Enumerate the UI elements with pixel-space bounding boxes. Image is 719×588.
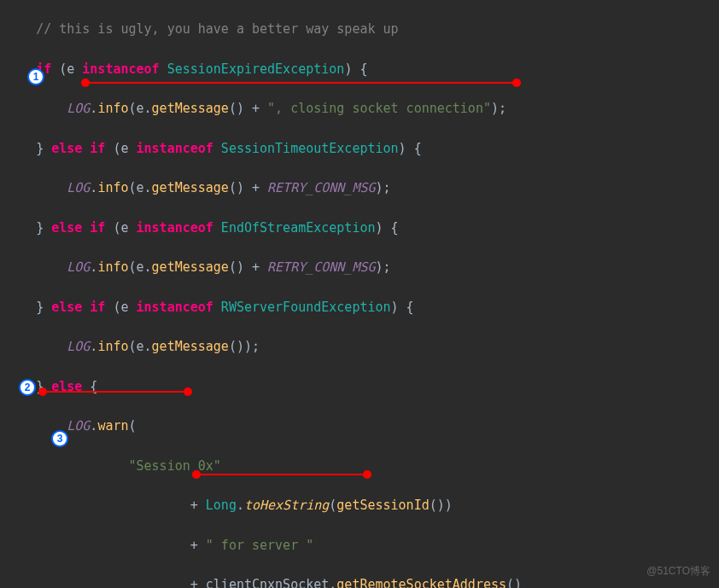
code-line: LOG.info(e.getMessage() + RETRY_CONN_MSG… (5, 178, 714, 198)
code-line: } else if (e instanceof EndOfStreamExcep… (5, 218, 714, 238)
code-line: LOG.info(e.getMessage() + ", closing soc… (5, 99, 714, 119)
code-line: // this is ugly, you have a better way s… (5, 20, 714, 39)
code-line: + " for server " (5, 536, 714, 556)
code-line: } else { (5, 377, 714, 397)
annotation-marker-2: 2 (19, 379, 36, 396)
code-line: LOG.warn( (5, 416, 714, 436)
code-line: LOG.info(e.getMessage()); (5, 337, 714, 357)
code-line: + Long.toHexString(getSessionId()) (5, 496, 714, 515)
annotation-underline-3 (196, 474, 367, 475)
annotation-marker-1: 1 (27, 68, 44, 85)
watermark-text: @51CTO博客 (646, 563, 710, 579)
code-line: } else if (e instanceof SessionTimeoutEx… (5, 139, 714, 159)
annotation-underline-1 (85, 82, 517, 84)
code-line: LOG.info(e.getMessage() + RETRY_CONN_MSG… (5, 258, 714, 277)
annotation-marker-3: 3 (51, 430, 68, 447)
annotation-underline-2 (43, 391, 188, 393)
code-line: if (e instanceof SessionExpiredException… (5, 60, 714, 79)
code-editor[interactable]: // this is ugly, you have a better way s… (0, 0, 719, 588)
code-line: } else if (e instanceof RWServerFoundExc… (5, 298, 714, 317)
comment-text: // this is ugly, you have a better way s… (36, 21, 398, 37)
code-line: + clientCnxnSocket.getRemoteSocketAddres… (5, 575, 714, 588)
